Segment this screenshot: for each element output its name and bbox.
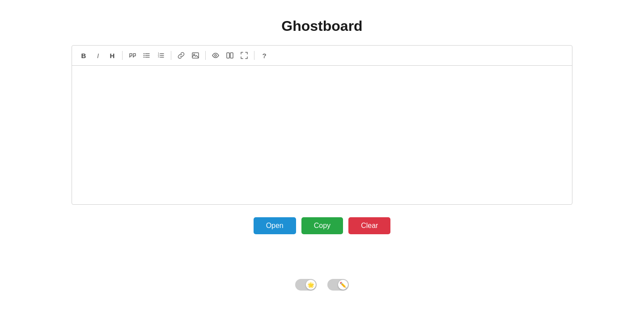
toggle-pencil-wrapper: ✏️ <box>327 279 349 291</box>
toggle-sun-thumb: 🌟 <box>306 280 316 290</box>
copy-button[interactable]: Copy <box>301 217 343 234</box>
italic-icon: I <box>97 52 99 59</box>
bold-icon: B <box>81 52 86 59</box>
eye-icon <box>212 52 219 59</box>
side-by-side-button[interactable] <box>224 49 236 62</box>
editor-container: B I H <box>72 45 572 205</box>
toggle-pencil[interactable]: ✏️ <box>327 279 349 291</box>
heading-button[interactable]: H <box>106 49 119 62</box>
clear-button[interactable]: Clear <box>348 217 390 234</box>
toolbar-separator-4 <box>254 51 254 60</box>
svg-point-4 <box>144 57 144 58</box>
pencil-icon: ✏️ <box>339 282 347 288</box>
ordered-list-icon: 1. 2. 3. <box>157 52 165 59</box>
fullscreen-icon <box>241 52 248 59</box>
blockquote-button[interactable] <box>126 49 139 62</box>
toolbar: B I H <box>72 46 572 66</box>
link-icon <box>178 52 185 59</box>
ordered-list-button[interactable]: 1. 2. 3. <box>155 49 167 62</box>
blockquote-icon <box>129 52 136 59</box>
italic-button[interactable]: I <box>92 49 104 62</box>
heading-icon: H <box>110 52 115 59</box>
toolbar-separator-2 <box>171 51 171 60</box>
side-by-side-icon <box>226 52 233 59</box>
image-button[interactable] <box>189 49 202 62</box>
star-icon: 🌟 <box>307 282 314 288</box>
bold-button[interactable]: B <box>77 49 90 62</box>
guide-button[interactable]: ? <box>258 49 271 62</box>
svg-point-2 <box>144 55 144 56</box>
toolbar-separator-1 <box>122 51 123 60</box>
unordered-list-icon <box>143 52 150 59</box>
editor-body[interactable] <box>72 66 572 204</box>
toggle-sun[interactable]: 🌟 <box>295 279 317 291</box>
toolbar-separator-3 <box>205 51 206 60</box>
toggle-sun-wrapper: 🌟 <box>295 279 317 291</box>
preview-button[interactable] <box>209 49 222 62</box>
toggles-row: 🌟 ✏️ <box>295 279 349 291</box>
fullscreen-button[interactable] <box>238 49 250 62</box>
open-button[interactable]: Open <box>254 217 296 234</box>
svg-rect-15 <box>227 53 229 58</box>
page-title: Ghostboard <box>281 18 362 34</box>
svg-rect-16 <box>230 53 233 58</box>
link-button[interactable] <box>175 49 187 62</box>
unordered-list-button[interactable] <box>140 49 153 62</box>
guide-icon: ? <box>262 52 266 59</box>
image-icon <box>192 52 199 59</box>
toggle-pencil-thumb: ✏️ <box>338 280 348 290</box>
svg-text:3.: 3. <box>158 55 160 58</box>
button-row: Open Copy Clear <box>254 217 391 234</box>
svg-point-14 <box>215 55 216 56</box>
svg-point-0 <box>144 53 144 54</box>
